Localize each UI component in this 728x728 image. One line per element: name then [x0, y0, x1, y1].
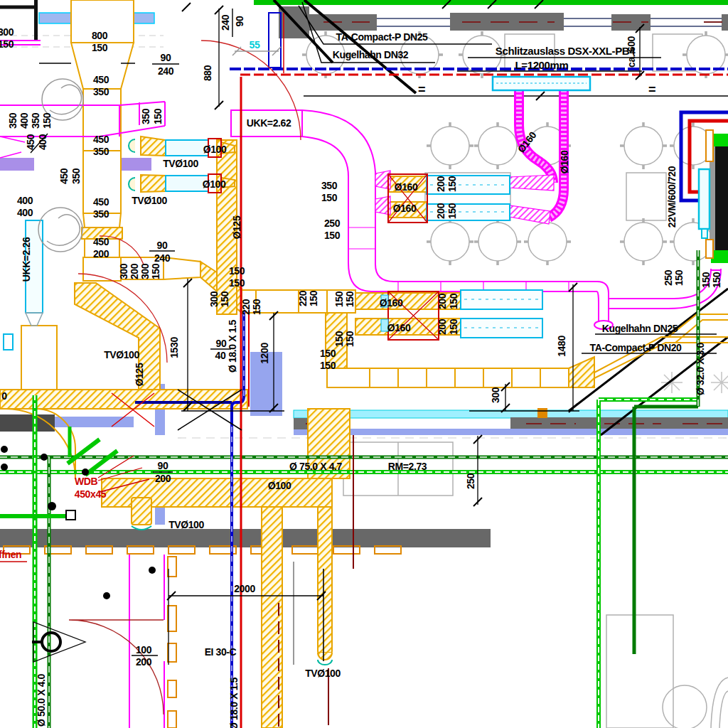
- supply-ducts-layer: [0, 0, 728, 728]
- hvac-plan: 800150300150450350902402409055880TA-Comp…: [0, 0, 728, 728]
- radiator: [699, 169, 710, 229]
- pipe-heating-coil: [594, 314, 728, 378]
- sink-symbol: [663, 685, 707, 728]
- wall-violet: [0, 158, 34, 171]
- plan-linework: [0, 0, 728, 728]
- wall-dashed-orange: [4, 546, 401, 728]
- valve-box: [66, 510, 75, 520]
- wall-orange-block: [537, 408, 547, 418]
- swirl-symbol: [711, 678, 728, 728]
- wall-green-band: [254, 0, 728, 5]
- door-arc: [69, 620, 164, 714]
- asterisk-symbol: [711, 372, 728, 393]
- duct-o125: [217, 140, 237, 314]
- duct-cyan-riser: [26, 220, 43, 313]
- slot-diffuser-top: [493, 77, 590, 90]
